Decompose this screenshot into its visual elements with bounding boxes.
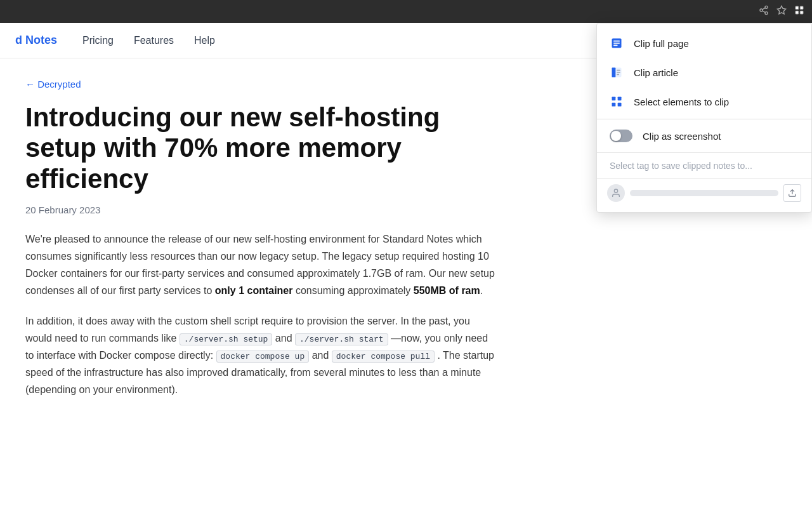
browser-chrome: [0, 0, 812, 23]
svg-rect-17: [617, 72, 620, 73]
svg-rect-7: [800, 6, 803, 10]
svg-point-23: [614, 189, 617, 192]
article-body: We're pleased to announce the release of…: [25, 231, 495, 399]
svg-rect-11: [613, 41, 620, 42]
back-link[interactable]: ← Decrypted: [25, 79, 81, 90]
svg-rect-8: [796, 11, 799, 14]
code-server-setup: ./server.sh setup: [180, 333, 273, 345]
clip-screenshot-item[interactable]: Clip as screenshot: [597, 122, 811, 150]
nav-pricing[interactable]: Pricing: [82, 35, 114, 46]
bold-text-1: only 1 container: [215, 285, 293, 296]
article-icon: [610, 65, 624, 79]
popup-footer: [597, 178, 811, 207]
nav-help[interactable]: Help: [194, 35, 215, 46]
svg-point-0: [765, 6, 768, 8]
select-elements-label: Select elements to clip: [634, 97, 729, 107]
grid-icon: [610, 95, 624, 109]
svg-line-3: [763, 11, 766, 13]
svg-rect-22: [618, 103, 622, 107]
svg-rect-12: [613, 43, 620, 44]
popup-divider-1: [597, 119, 811, 119]
svg-line-4: [763, 8, 766, 10]
extension-icon[interactable]: [794, 5, 804, 18]
article-paragraph-1: We're pleased to announce the release of…: [25, 231, 495, 300]
select-elements-item[interactable]: Select elements to clip: [597, 87, 811, 116]
article-title: Introducing our new self-hosting setup w…: [25, 102, 495, 194]
code-server-start: ./server.sh start: [295, 333, 388, 345]
article-paragraph-2: In addition, it does away with the custo…: [25, 312, 495, 399]
svg-point-1: [760, 9, 763, 11]
clip-article-label: Clip article: [634, 67, 678, 78]
popup-divider-2: [597, 152, 811, 153]
clip-full-page-item[interactable]: Clip full page: [597, 29, 811, 58]
svg-rect-15: [612, 68, 616, 77]
page-icon: [610, 36, 624, 50]
main-content: ← Decrypted Introducing our new self-hos…: [0, 58, 520, 432]
svg-point-2: [765, 12, 768, 15]
svg-rect-13: [613, 45, 618, 46]
code-compose-up: docker compose up: [216, 351, 310, 363]
code-compose-pull: docker compose pull: [332, 351, 435, 363]
clip-article-item[interactable]: Clip article: [597, 58, 811, 87]
svg-rect-9: [800, 11, 803, 14]
screenshot-toggle[interactable]: [610, 130, 632, 142]
svg-marker-5: [777, 6, 785, 14]
account-bar: [630, 190, 778, 196]
svg-rect-21: [612, 103, 616, 107]
clip-full-page-label: Clip full page: [634, 38, 689, 49]
article-date: 20 February 2023: [25, 204, 495, 215]
svg-rect-16: [617, 70, 620, 71]
share-icon[interactable]: [759, 5, 769, 18]
star-icon[interactable]: [776, 5, 787, 18]
svg-rect-19: [612, 97, 616, 101]
clip-screenshot-label: Clip as screenshot: [643, 131, 721, 142]
svg-rect-6: [796, 6, 799, 10]
tag-placeholder[interactable]: Select tag to save clipped notes to...: [597, 156, 811, 178]
extension-popup: Clip full page Clip article Select eleme…: [596, 23, 812, 213]
export-button[interactable]: [783, 184, 801, 202]
svg-rect-18: [617, 74, 619, 76]
svg-rect-20: [618, 97, 622, 101]
site-logo: d Notes: [15, 34, 57, 47]
toggle-knob: [611, 131, 621, 141]
nav-features[interactable]: Features: [134, 35, 174, 46]
avatar-icon[interactable]: [607, 184, 625, 202]
bold-text-2: 550MB of ram: [414, 285, 480, 296]
